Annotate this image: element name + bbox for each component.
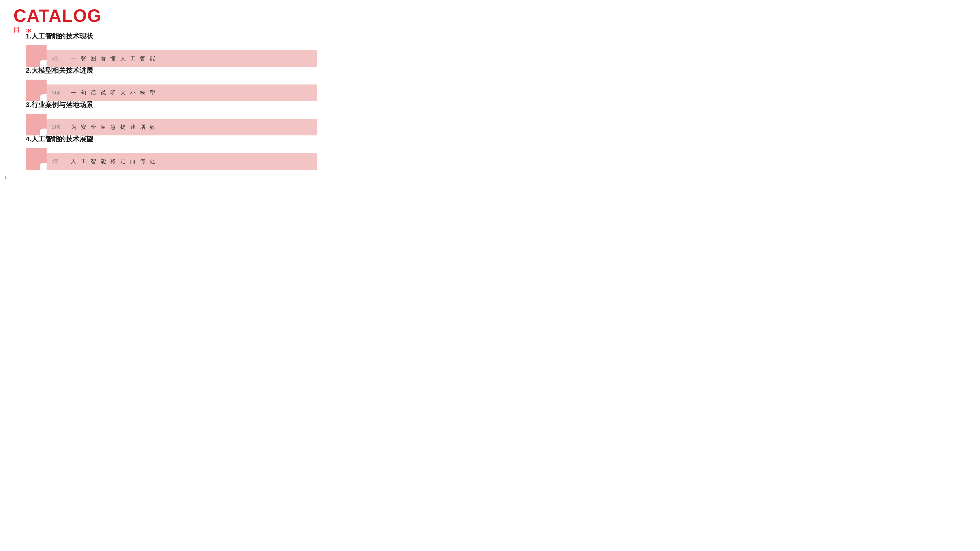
item-2-notch	[26, 79, 46, 101]
item-3-desc: 为 安 全 应 急 提 速 增 效	[71, 124, 157, 131]
page-container: CATALOG 目 录 1.人工智能的技术现状 5页 一 张 图 看 懂 人 工…	[0, 0, 327, 184]
item-1-notch	[26, 45, 46, 67]
item-2-label: 2.大模型相关技术进展	[26, 66, 93, 75]
item-1-page: 5页	[51, 56, 64, 62]
item-2-page: 14页	[51, 90, 64, 96]
item-3-bar-container: 14页 为 安 全 应 急 提 速 增 效	[26, 114, 317, 135]
item-4-main: 2页 人 工 智 能 将 走 向 何 处	[46, 153, 317, 170]
catalog-section-4: 4.人工智能的技术展望 2页 人 工 智 能 将 走 向 何 处	[26, 141, 317, 170]
item-3-notch	[26, 114, 46, 135]
item-1-label: 1.人工智能的技术现状	[26, 32, 93, 41]
item-1-main: 5页 一 张 图 看 懂 人 工 智 能	[46, 50, 317, 67]
item-1-bar-container: 5页 一 张 图 看 懂 人 工 智 能	[26, 45, 317, 67]
catalog-section-3: 3.行业案例与落地场景 14页 为 安 全 应 急 提 速 增 效	[26, 107, 317, 135]
item-3-label: 3.行业案例与落地场景	[26, 100, 93, 110]
item-3-page: 14页	[51, 124, 64, 130]
catalog-section-2: 2.大模型相关技术进展 14页 一 句 话 说 明 大 小 模 型	[26, 73, 317, 101]
item-2-desc: 一 句 话 说 明 大 小 模 型	[71, 89, 157, 97]
item-4-bar-container: 2页 人 工 智 能 将 走 向 何 处	[26, 148, 317, 170]
item-4-label: 4.人工智能的技术展望	[26, 135, 93, 144]
catalog-title-en: CATALOG	[13, 7, 317, 24]
item-4-desc: 人 工 智 能 将 走 向 何 处	[71, 158, 157, 165]
item-2-main: 14页 一 句 话 说 明 大 小 模 型	[46, 84, 317, 101]
item-3-main: 14页 为 安 全 应 急 提 速 增 效	[46, 119, 317, 135]
item-1-desc: 一 张 图 看 懂 人 工 智 能	[71, 55, 157, 62]
item-4-notch	[26, 148, 46, 170]
page-number: 1	[5, 175, 7, 180]
catalog-section-1: 1.人工智能的技术现状 5页 一 张 图 看 懂 人 工 智 能	[26, 38, 317, 67]
catalog-items-container: 1.人工智能的技术现状 5页 一 张 图 看 懂 人 工 智 能 2.大模型相关…	[13, 38, 317, 172]
item-2-bar-container: 14页 一 句 话 说 明 大 小 模 型	[26, 79, 317, 101]
item-4-page: 2页	[51, 159, 64, 164]
